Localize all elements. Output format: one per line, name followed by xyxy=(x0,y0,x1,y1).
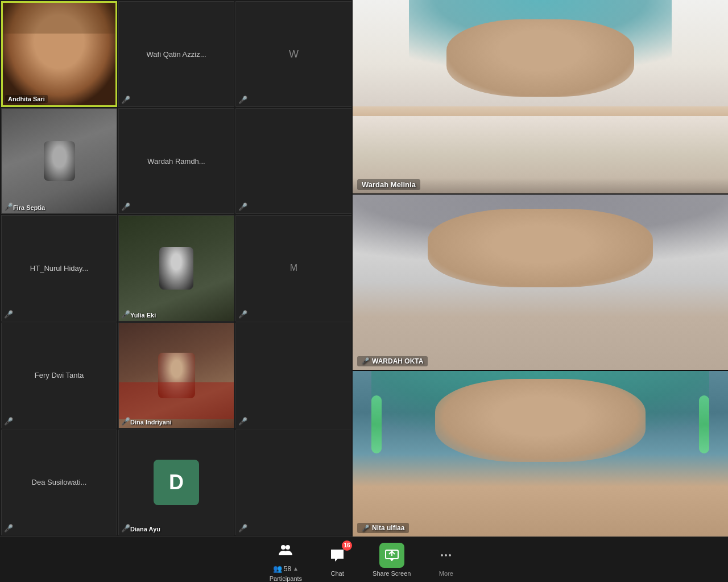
svg-point-5 xyxy=(449,554,451,556)
participant-cell-diana[interactable]: D 🎤 Diana Ayu xyxy=(118,430,234,535)
partial-initial-w: W xyxy=(289,48,299,60)
participant-cell-col3row4[interactable]: 🎤 xyxy=(235,323,351,428)
mute-icon-fira: 🎤 xyxy=(4,203,13,211)
mute-icon-wardah-okta: 🎤 xyxy=(362,357,370,365)
more-label: More xyxy=(439,570,453,577)
participant-cell-andhita[interactable]: Andhita Sari xyxy=(1,1,117,107)
participant-cell-yulia[interactable]: 🎤 Yulia Eki xyxy=(118,215,234,321)
mute-icon-col3row2: 🎤 xyxy=(238,203,247,211)
video-wardah-melinia[interactable]: Wardah Melinia xyxy=(353,0,728,193)
participant-name-fery: Fery Dwi Tanta xyxy=(29,365,89,385)
more-icon xyxy=(433,543,458,568)
participant-name-fira: Fira Septia xyxy=(13,204,45,211)
video-wardah-okta[interactable]: 🎤 WARDAH OKTA xyxy=(353,195,728,370)
chat-icon-container: 16 xyxy=(325,543,350,568)
participant-cell-col3row1[interactable]: W 🎤 xyxy=(235,1,351,107)
chat-badge: 16 xyxy=(342,540,352,551)
mute-icon-col3row4: 🎤 xyxy=(238,417,247,426)
participant-cell-col3row3[interactable]: M 🎤 xyxy=(235,215,351,321)
participant-name-wafi: Wafi Qatin Azziz... xyxy=(141,44,212,64)
share-screen-icon xyxy=(379,543,404,568)
participant-cell-wafi[interactable]: Wafi Qatin Azziz... 🎤 xyxy=(118,1,234,107)
diana-initial: D xyxy=(154,460,199,505)
participant-cell-fira[interactable]: 🎤 Fira Septia xyxy=(1,108,117,214)
participant-cell-fery[interactable]: Fery Dwi Tanta 🎤 xyxy=(1,323,117,428)
participant-name-diana: Diana Ayu xyxy=(130,526,160,533)
participant-cell-ht-nurul[interactable]: HT_Nurul Hiday... 🎤 xyxy=(1,215,117,321)
participant-name-yulia: Yulia Eki xyxy=(130,312,156,319)
svg-point-0 xyxy=(281,545,286,550)
mute-icon-nita: 🎤 xyxy=(362,525,370,532)
main-container: Andhita Sari Wafi Qatin Azziz... 🎤 W 🎤 🎤 xyxy=(0,0,728,536)
participant-cell-dea[interactable]: Dea Susilowati... 🎤 xyxy=(1,430,117,535)
video-label-wardah-okta: 🎤 WARDAH OKTA xyxy=(357,356,428,366)
mute-icon-fery: 🎤 xyxy=(4,417,13,426)
svg-point-3 xyxy=(441,554,443,556)
participant-name-dina: Dina Indriyani xyxy=(130,419,172,426)
mute-icon-col3row5: 🎤 xyxy=(238,524,247,533)
participant-cell-wardah-r[interactable]: Wardah Ramdh... 🎤 xyxy=(118,108,234,214)
video-nita[interactable]: 🎤 Nita ulfiaa xyxy=(353,371,728,536)
mute-icon-col3row1: 🎤 xyxy=(238,96,247,104)
video-name-wardah-melinia: Wardah Melinia xyxy=(362,180,416,189)
participants-count-icon: 👥 xyxy=(273,564,282,573)
bottom-toolbar: 👥 58 ▲ Participants 16 Chat Share Screen xyxy=(0,536,728,582)
mute-icon-dea: 🎤 xyxy=(4,524,13,533)
video-label-nita: 🎤 Nita ulfiaa xyxy=(357,523,409,533)
mute-icon-diana: 🎤 xyxy=(121,524,130,533)
participants-expand-icon: ▲ xyxy=(293,566,299,572)
right-video-panel: Wardah Melinia 🎤 WARDAH OKTA xyxy=(353,0,728,536)
mute-icon-wafi: 🎤 xyxy=(121,96,130,104)
participants-button[interactable]: 👥 58 ▲ Participants xyxy=(270,537,302,582)
video-name-wardah-okta: WARDAH OKTA xyxy=(372,357,423,365)
participants-count: 58 xyxy=(284,565,291,573)
participant-name-wardah-r: Wardah Ramdh... xyxy=(142,151,210,171)
chat-button[interactable]: 16 Chat xyxy=(325,543,350,577)
svg-point-1 xyxy=(286,545,290,550)
more-button[interactable]: More xyxy=(433,543,458,577)
participant-cell-col3row5[interactable]: 🎤 xyxy=(235,430,351,535)
participant-name-ht-nurul: HT_Nurul Hiday... xyxy=(24,258,94,278)
mute-icon-wardah-r: 🎤 xyxy=(121,203,130,211)
video-name-nita: Nita ulfiaa xyxy=(372,524,404,532)
share-screen-label: Share Screen xyxy=(373,570,411,577)
mute-icon-ht-nurul: 🎤 xyxy=(4,310,13,319)
participant-cell-col3row2[interactable]: 🎤 xyxy=(235,108,351,214)
partial-initial-m: M xyxy=(290,263,297,273)
mute-icon-col3row3: 🎤 xyxy=(238,310,247,319)
mute-icon-yulia: 🎤 xyxy=(121,310,130,319)
share-screen-button[interactable]: Share Screen xyxy=(373,543,411,577)
participant-cell-dina[interactable]: 🎤 Dina Indriyani xyxy=(118,323,234,428)
participant-name-andhita: Andhita Sari xyxy=(5,95,48,103)
mute-icon-dina: 🎤 xyxy=(121,417,130,426)
participant-name-dea: Dea Susilowati... xyxy=(26,472,93,492)
svg-point-4 xyxy=(445,554,447,556)
participants-label: Participants xyxy=(270,575,302,582)
participant-grid: Andhita Sari Wafi Qatin Azziz... 🎤 W 🎤 🎤 xyxy=(0,0,353,536)
participants-icon xyxy=(273,537,298,562)
chat-label: Chat xyxy=(330,570,344,577)
video-label-wardah-melinia: Wardah Melinia xyxy=(357,179,420,190)
